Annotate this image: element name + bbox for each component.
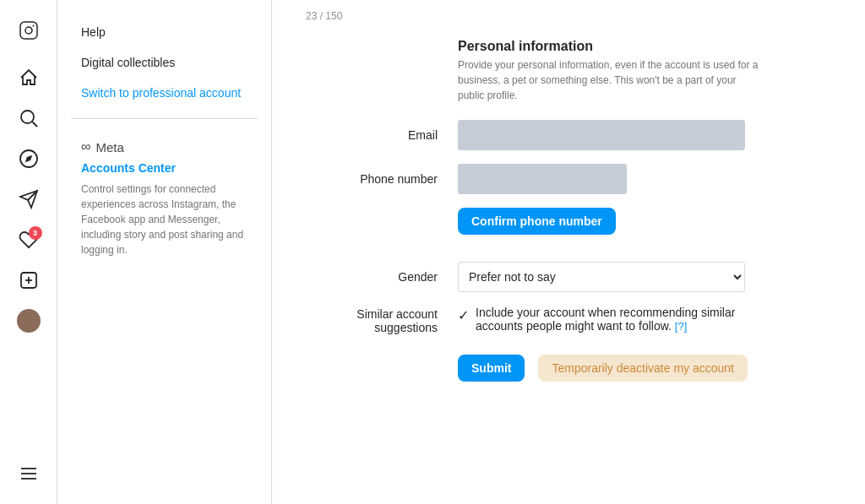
gender-label: Gender [306, 270, 458, 284]
left-nav: 3 [0, 0, 57, 504]
profile-avatar[interactable] [12, 304, 46, 338]
svg-point-3 [21, 111, 34, 123]
explore-icon[interactable] [12, 142, 46, 176]
instagram-logo-icon[interactable] [12, 14, 46, 47]
sidebar-divider [71, 118, 258, 119]
gender-select[interactable]: Prefer not to say Male Female Custom [458, 262, 745, 292]
meta-infinity-icon: ∞ [81, 139, 90, 154]
main-content: 23 / 150 Personal information Provide yo… [272, 0, 865, 504]
confirm-phone-button[interactable]: Confirm phone number [458, 208, 616, 235]
personal-info-desc: Provide your personal information, even … [458, 57, 762, 103]
notification-badge: 3 [29, 226, 42, 240]
svg-rect-0 [20, 22, 37, 39]
svg-line-4 [32, 122, 37, 127]
edit-profile-form: 23 / 150 Personal information Provide yo… [306, 0, 831, 382]
email-row: Email [306, 120, 831, 150]
phone-input[interactable] [458, 164, 627, 194]
menu-icon[interactable] [12, 457, 46, 490]
similar-accounts-row: Similar account suggestions ✓ Include yo… [306, 306, 831, 334]
checkmark-icon: ✓ [458, 307, 469, 323]
svg-point-2 [32, 25, 34, 27]
settings-sidebar: Help Digital collectibles Switch to prof… [57, 0, 272, 504]
accounts-center-link[interactable]: Accounts Center [81, 161, 248, 175]
personal-info-section: Personal information Provide your person… [458, 39, 831, 103]
confirm-phone-section: Confirm phone number [306, 208, 831, 248]
similar-accounts-text: Include your account when recommending s… [476, 306, 745, 333]
meta-section: ∞ Meta Accounts Center Control settings … [71, 129, 258, 268]
svg-marker-6 [24, 155, 31, 162]
svg-point-1 [25, 27, 32, 34]
switch-professional-link[interactable]: Switch to professional account [71, 78, 258, 108]
similar-accounts-label: Similar account suggestions [306, 306, 458, 334]
gender-row: Gender Prefer not to say Male Female Cus… [306, 262, 831, 292]
messages-icon[interactable] [12, 182, 46, 216]
email-input[interactable] [458, 120, 745, 150]
meta-label: Meta [95, 140, 123, 154]
phone-label: Phone number [306, 172, 458, 186]
similar-accounts-content: ✓ Include your account when recommending… [458, 306, 745, 333]
submit-button[interactable]: Submit [458, 355, 525, 382]
meta-logo: ∞ Meta [81, 139, 248, 154]
phone-row: Phone number [306, 164, 831, 194]
email-label: Email [306, 128, 458, 142]
notifications-icon[interactable]: 3 [12, 223, 46, 257]
bio-char-count: 23 / 150 [306, 10, 831, 22]
similar-accounts-help[interactable]: [?] [675, 320, 687, 333]
sidebar-item-digital-collectibles[interactable]: Digital collectibles [71, 47, 258, 78]
home-icon[interactable] [12, 61, 46, 95]
create-icon[interactable] [12, 263, 46, 297]
personal-info-title: Personal information [458, 39, 831, 54]
search-icon[interactable] [12, 101, 46, 135]
sidebar-item-help[interactable]: Help [71, 17, 258, 47]
action-buttons-row: Submit Temporarily deactivate my account [458, 355, 831, 382]
deactivate-account-button[interactable]: Temporarily deactivate my account [538, 355, 748, 382]
accounts-center-desc: Control settings for connected experienc… [81, 182, 248, 257]
